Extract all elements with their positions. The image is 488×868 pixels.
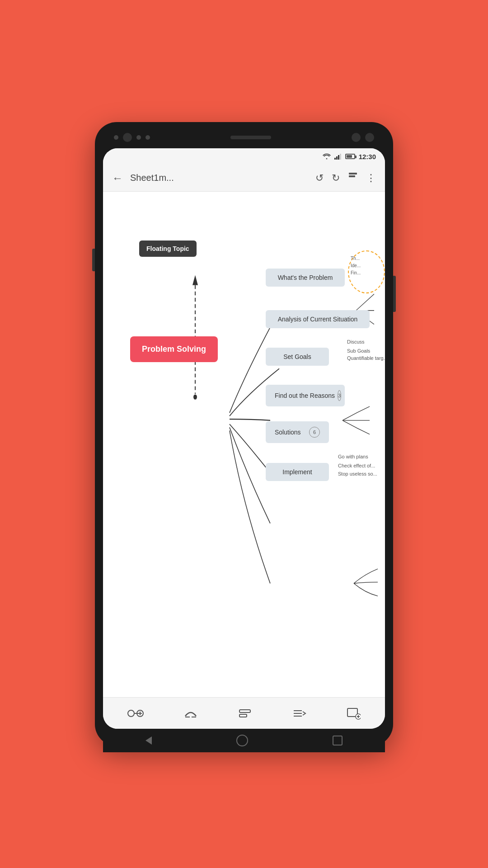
undo-button[interactable]: ↺	[315, 172, 324, 184]
central-node[interactable]: Problem Solving	[130, 336, 218, 362]
home-button[interactable]	[236, 735, 248, 746]
implement-sub-1: Go with plans	[338, 454, 368, 459]
implement-node[interactable]: Implement	[266, 463, 329, 481]
orange-dashed-node[interactable]: Th... Ide... Fin...	[348, 250, 385, 293]
format-button[interactable]	[348, 172, 358, 184]
status-bar: 12:30	[103, 148, 385, 165]
status-time: 12:30	[359, 153, 376, 160]
svg-rect-3	[340, 154, 341, 160]
solutions-node[interactable]: Solutions 6	[266, 421, 329, 443]
implement-sub-3: Stop useless so...	[338, 471, 377, 476]
signal-icon	[334, 153, 342, 160]
dot-1	[114, 135, 118, 140]
svg-rect-5	[349, 175, 355, 177]
set-goals-sub-quantifiable: Quantifiable targ...	[347, 355, 385, 361]
home-bar	[103, 729, 385, 752]
back-button[interactable]: ←	[112, 172, 123, 184]
volume-button	[92, 249, 95, 271]
find-reasons-badge: 3	[338, 390, 341, 401]
dot-2	[136, 135, 141, 140]
add-node-button[interactable]	[127, 707, 144, 720]
outline-button[interactable]	[292, 707, 306, 720]
battery-fill	[347, 155, 352, 158]
svg-point-8	[193, 395, 197, 400]
wifi-icon	[323, 153, 331, 160]
set-goals-sub-discuss: Discuss	[347, 339, 365, 344]
set-goals-node[interactable]: Set Goals	[266, 348, 329, 366]
whats-problem-node[interactable]: What's the Problem	[266, 269, 345, 287]
set-goals-sub-subgoals: Sub Goals	[347, 348, 370, 354]
style-button[interactable]	[238, 707, 252, 720]
sensors-area	[352, 133, 374, 142]
solutions-badge: 6	[309, 427, 320, 438]
svg-rect-2	[338, 155, 339, 160]
phone-frame: 12:30 ← Sheet1m... ↺ ↻ ⋮	[95, 122, 393, 746]
svg-rect-0	[334, 158, 336, 160]
find-reasons-node[interactable]: Find out the Reasons 3	[266, 385, 345, 406]
sensor-2	[365, 133, 374, 142]
orange-node-texts: Th... Ide... Fin...	[351, 255, 361, 277]
implement-sub-2: Check effect of...	[338, 463, 375, 468]
toolbar: ← Sheet1m... ↺ ↻ ⋮	[103, 165, 385, 192]
orange-text-1: Th...	[351, 255, 361, 262]
recents-button[interactable]	[333, 736, 343, 745]
status-icons: 12:30	[323, 153, 376, 160]
svg-point-9	[128, 710, 134, 717]
edit-button[interactable]	[183, 707, 198, 720]
camera	[123, 133, 132, 142]
sensor-1	[352, 133, 361, 142]
back-home-button[interactable]	[145, 736, 152, 745]
svg-rect-4	[349, 173, 357, 175]
orange-text-2: Ide...	[351, 262, 361, 269]
dot-3	[145, 135, 150, 140]
toolbar-actions: ↺ ↻ ⋮	[315, 172, 376, 184]
svg-rect-1	[336, 156, 338, 160]
mindmap-canvas[interactable]: Floating Topic Problem Solving What's th…	[103, 192, 385, 697]
more-options-button[interactable]: ⋮	[366, 172, 376, 184]
analysis-node[interactable]: Analysis of Current Situation	[266, 310, 370, 328]
floating-topic-node[interactable]: Floating Topic	[139, 241, 197, 257]
front-camera-area	[114, 133, 150, 142]
more-button[interactable]	[346, 707, 361, 720]
bottom-nav	[103, 697, 385, 729]
svg-marker-7	[192, 275, 198, 285]
redo-button[interactable]: ↻	[332, 172, 340, 184]
mindmap-connections	[103, 192, 385, 697]
svg-rect-17	[239, 714, 247, 717]
power-button	[393, 276, 396, 312]
phone-screen: 12:30 ← Sheet1m... ↺ ↻ ⋮	[103, 148, 385, 729]
phone-top-bezel	[103, 130, 385, 148]
battery-icon	[345, 154, 355, 159]
speaker	[230, 136, 271, 139]
orange-text-3: Fin...	[351, 269, 361, 277]
document-title: Sheet1m...	[130, 173, 315, 183]
svg-rect-16	[239, 710, 250, 712]
